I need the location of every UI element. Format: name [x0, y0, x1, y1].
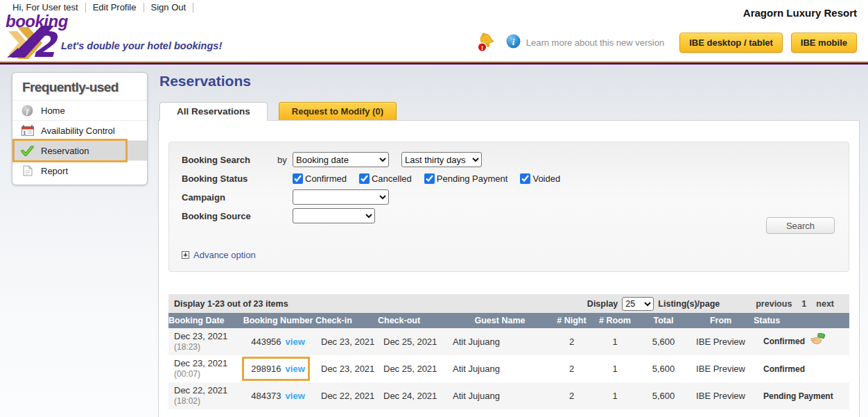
logo-x2-icon: 2: [7, 26, 64, 62]
checkbox-label: Confirmed: [305, 173, 347, 184]
info-icon[interactable]: i: [506, 34, 521, 51]
resort-name: Aragorn Luxury Resort: [743, 7, 857, 19]
search-by-select[interactable]: Booking date: [293, 152, 389, 167]
booking-time: (18:23): [174, 342, 241, 352]
checkbox-label: Cancelled: [372, 173, 412, 184]
page-title: Reservations: [159, 73, 860, 90]
by-label: by: [277, 155, 293, 165]
svg-text:i: i: [512, 36, 514, 46]
col-booking-number: Booking Number: [241, 313, 315, 328]
col-booking-date: Booking Date: [168, 313, 241, 328]
confirmed-checkbox[interactable]: [293, 173, 303, 184]
pagination: previous 1 next: [756, 299, 834, 309]
expand-plus-icon: +: [182, 251, 189, 259]
listing-topbar: Display 1-23 out of 23 items Display 25 …: [168, 294, 849, 313]
col-from: From: [688, 313, 754, 328]
col-guest-name: Guest Name: [447, 313, 553, 328]
status-option-confirmed: Confirmed: [293, 173, 347, 184]
tab-request-to-modify[interactable]: Request to Modify (0): [279, 102, 397, 120]
campaign-select[interactable]: [293, 189, 389, 205]
night-count: 2: [553, 355, 591, 382]
per-page-select[interactable]: 25: [622, 297, 654, 311]
advance-option-link[interactable]: + Advance option: [182, 250, 256, 260]
campaign-label: Campaign: [182, 192, 277, 203]
table-row: Dec 23, 2021 (18:23) 443956view Dec 23, …: [168, 328, 849, 355]
view-link[interactable]: view: [286, 364, 305, 374]
user-links: Hi, For User test Edit Profile Sign Out: [12, 2, 200, 12]
view-link[interactable]: view: [286, 391, 305, 401]
checkbox-label: Pending Payment: [437, 173, 508, 184]
current-page[interactable]: 1: [801, 299, 806, 309]
reservations-table: Booking Date Booking Number Check-in Che…: [168, 313, 849, 409]
notification-bell-icon[interactable]: !: [476, 32, 498, 53]
col-total: Total: [639, 313, 688, 328]
col-night: # Night: [553, 313, 591, 328]
booking-status-label: Booking Status: [182, 173, 277, 184]
sign-out-link[interactable]: Sign Out: [151, 2, 186, 12]
table-row: Dec 23, 2021 (00:07) 298916view Dec 23, …: [168, 355, 849, 382]
cancelled-checkbox[interactable]: [359, 173, 370, 184]
check-in-date: Dec 23, 2021: [315, 328, 378, 355]
table-header-row: Booking Date Booking Number Check-in Che…: [168, 313, 849, 328]
sidebar-item-label: Home: [41, 105, 65, 116]
col-status: Status: [754, 313, 849, 328]
sidebar-item-label: Reservation: [41, 146, 89, 156]
green-check-icon: [21, 146, 34, 156]
previous-page-link[interactable]: previous: [756, 299, 792, 309]
booking-number: 484373: [251, 391, 281, 401]
separator: [144, 3, 144, 12]
checkbox-label: Voided: [532, 173, 560, 184]
tab-all-reservations[interactable]: All Reservations: [159, 102, 268, 121]
status-badge: Pending Payment: [754, 382, 849, 409]
display-label: Display: [587, 299, 618, 309]
header: Hi, For User test Edit Profile Sign Out …: [0, 0, 868, 61]
booking-time: (18:02): [174, 396, 241, 407]
booking-date: Dec 23, 2021: [174, 358, 241, 369]
room-count: 1: [591, 382, 639, 409]
check-out-date: Dec 25, 2021: [378, 355, 447, 382]
reservations-listing: Display 1-23 out of 23 items Display 25 …: [168, 294, 849, 409]
header-actions: ! i Learn more about this new version IB…: [476, 32, 857, 53]
sidebar-item-availability-control[interactable]: 1 Availability Control: [12, 120, 147, 140]
advance-option-label: Advance option: [193, 250, 256, 260]
col-room: # Room: [591, 313, 639, 328]
sidebar-item-label: Report: [41, 166, 68, 176]
ibe-mobile-button[interactable]: IBE mobile: [791, 33, 857, 53]
tagline: Let's double your hotel bookings!: [61, 40, 222, 51]
results-summary: Display 1-23 out of 23 items: [174, 299, 288, 309]
sidebar-item-report[interactable]: Report: [12, 160, 147, 180]
col-check-out: Check-out: [378, 313, 447, 328]
booking-search-label: Booking Search: [182, 155, 277, 165]
booking-source-select[interactable]: [293, 208, 375, 223]
payment-received-hand-icon: [810, 337, 826, 347]
table-row: Dec 22, 2021 (18:02) 484373view Dec 22, …: [168, 382, 849, 409]
sidebar-item-reservation[interactable]: Reservation: [12, 140, 147, 160]
home-icon: f: [21, 105, 34, 117]
app-window: Hi, For User test Edit Profile Sign Out …: [0, 0, 868, 417]
edit-profile-link[interactable]: Edit Profile: [93, 2, 137, 12]
booking-date: Dec 23, 2021: [174, 331, 241, 342]
booking-search-form: Booking Search by Booking date Last thir…: [168, 142, 849, 272]
content-area: Frequently-used f Home: [0, 65, 868, 417]
booking-time: (00:07): [174, 369, 241, 380]
total-amount: 5,600: [639, 355, 688, 382]
sidebar-item-home[interactable]: f Home: [12, 100, 147, 120]
learn-more-text[interactable]: Learn more about this new version: [526, 37, 664, 48]
view-link[interactable]: view: [286, 337, 305, 347]
voided-checkbox[interactable]: [520, 173, 530, 184]
status-badge: Confirmed: [763, 337, 805, 346]
ibe-desktop-tablet-button[interactable]: IBE desktop / tablet: [679, 33, 783, 53]
booking-from: IBE Preview: [688, 355, 754, 382]
search-button[interactable]: Search: [766, 217, 835, 234]
date-range-select[interactable]: Last thirty days: [401, 152, 482, 167]
room-count: 1: [591, 328, 639, 355]
pending-payment-checkbox[interactable]: [424, 173, 435, 184]
reservations-panel: Booking Search by Booking date Last thir…: [158, 120, 860, 417]
night-count: 2: [553, 328, 591, 355]
check-out-date: Dec 25, 2021: [378, 328, 447, 355]
status-option-cancelled: Cancelled: [359, 173, 412, 184]
sidebar-item-label: Availability Control: [41, 126, 115, 136]
report-icon: [21, 165, 34, 176]
next-page-link[interactable]: next: [816, 299, 834, 309]
tab-bar: All Reservations Request to Modify (0): [159, 101, 860, 120]
